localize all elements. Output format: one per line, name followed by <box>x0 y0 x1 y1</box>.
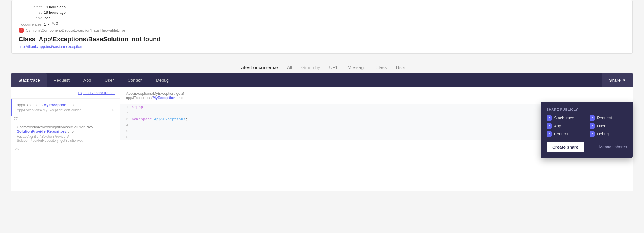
panel-tab-debug[interactable]: Debug <box>149 73 176 87</box>
code-header: App\Exceptions\MyException::getS app/Exc… <box>120 87 633 104</box>
panel-tab-request[interactable]: Request <box>47 73 76 87</box>
user-icon <box>51 22 55 26</box>
stack-func-row: App\Exceptions\ MyException::getSolution… <box>17 108 115 112</box>
tab-user[interactable]: User <box>396 65 406 73</box>
svg-point-0 <box>53 22 54 24</box>
share-option-user[interactable]: User <box>590 123 627 129</box>
meta-env-label: env <box>19 16 42 20</box>
panel-tab-app[interactable]: App <box>76 73 98 87</box>
share-option-label-debug: Debug <box>597 132 609 136</box>
meta-latest-value: 19 hours ago <box>44 5 66 9</box>
share-checkbox-app[interactable] <box>547 123 552 129</box>
stack-item[interactable]: Users/freek/dev/code/ignition/src/Soluti… <box>11 121 120 147</box>
panel-tab-share[interactable]: Share ➤ <box>602 73 633 87</box>
panel-tab-user[interactable]: User <box>98 73 121 87</box>
meta-first-value: 19 hours ago <box>44 10 66 15</box>
share-publicly-title: SHARE PUBLICLY <box>547 108 627 111</box>
tab-all[interactable]: All <box>287 65 292 73</box>
share-option-debug[interactable]: Debug <box>590 131 627 137</box>
share-options: Stack trace Request App User Context <box>547 115 627 137</box>
meta-latest-label: latest <box>19 5 42 9</box>
main-panel: Stack trace Request App User Context Deb… <box>11 73 633 191</box>
share-option-label-app: App <box>554 124 561 128</box>
nav-tabs: Latest occurrence All Group by URL Messa… <box>0 61 644 73</box>
exception-badge: S <box>19 28 24 33</box>
panel-tab-stacktrace[interactable]: Stack trace <box>11 73 47 87</box>
panel-tabs: Stack trace Request App User Context Deb… <box>11 73 633 87</box>
stack-func: Facade\Ignition\SolutionProviders\ Solut… <box>17 135 115 143</box>
panel-tab-context[interactable]: Context <box>121 73 149 87</box>
stack-func: App\Exceptions\ MyException::getSolution <box>17 108 81 112</box>
meta-first: first 19 hours ago <box>19 10 625 15</box>
create-share-button[interactable]: Create share <box>547 142 584 152</box>
share-option-request[interactable]: Request <box>590 115 627 121</box>
stack-file: app/Exceptions/MyException.php <box>17 103 115 107</box>
stack-func-row: Facade\Ignition\SolutionProviders\ Solut… <box>17 135 115 143</box>
stack-sidebar: Expand vendor frames app/Exceptions/MyEx… <box>11 87 120 191</box>
tab-message[interactable]: Message <box>347 65 366 73</box>
share-actions: Create share Manage shares <box>547 142 627 152</box>
meta-env-value: local <box>44 16 52 20</box>
stack-line: :15 <box>111 108 115 112</box>
exception-url[interactable]: http://titanic.app.test/custom-exception <box>19 44 82 49</box>
meta-occurrences: occurrences 1 • 0 <box>19 21 625 26</box>
share-option-app[interactable]: App <box>547 123 584 129</box>
stack-num: 77 <box>11 116 20 121</box>
manage-shares-link[interactable]: Manage shares <box>599 145 627 149</box>
meta-latest: latest 19 hours ago <box>19 5 625 9</box>
tab-url[interactable]: URL <box>329 65 338 73</box>
share-option-label-user: User <box>597 124 606 128</box>
panel-content: Expand vendor frames app/Exceptions/MyEx… <box>11 87 633 191</box>
share-option-label-context: Context <box>554 132 568 136</box>
share-checkbox-debug[interactable] <box>590 131 595 137</box>
share-checkbox-request[interactable] <box>590 115 595 121</box>
share-option-label-stacktrace: Stack trace <box>554 116 574 120</box>
share-option-label-request: Request <box>597 116 612 120</box>
stack-item-row-1: 77 <box>11 116 120 121</box>
stack-num-2: 76 <box>13 147 21 151</box>
exception-title: Class 'App\Exceptions\BaseSolution' not … <box>19 36 625 43</box>
share-checkbox-stacktrace[interactable] <box>547 115 552 121</box>
share-option-context[interactable]: Context <box>547 131 584 137</box>
share-dropdown: SHARE PUBLICLY Stack trace Request App U… <box>541 102 633 158</box>
stack-item-row-2: 76 <box>11 147 120 151</box>
share-arrow-icon: ➤ <box>623 78 626 82</box>
meta-env: env local <box>19 16 625 20</box>
expand-vendor-button[interactable]: Expand vendor frames <box>11 87 120 99</box>
meta-occurrences-value: 1 • 0 <box>44 21 58 26</box>
share-option-stacktrace[interactable]: Stack trace <box>547 115 584 121</box>
stack-item[interactable]: app/Exceptions/MyException.php App\Excep… <box>11 99 120 116</box>
meta-occurrences-label: occurrences <box>19 22 42 26</box>
meta-first-label: first <box>19 10 42 15</box>
share-checkbox-user[interactable] <box>590 123 595 129</box>
tab-latest-occurrence[interactable]: Latest occurrence <box>238 65 278 73</box>
exception-namespace: S Symfony\Component\Debug\Exception\Fata… <box>19 28 625 33</box>
share-checkbox-context[interactable] <box>547 131 552 137</box>
stack-file: Users/freek/dev/code/ignition/src/Soluti… <box>17 125 115 133</box>
tab-group-by: Group by <box>301 65 320 73</box>
exception-card: latest 19 hours ago first 19 hours ago e… <box>11 0 633 54</box>
tab-class[interactable]: Class <box>375 65 387 73</box>
